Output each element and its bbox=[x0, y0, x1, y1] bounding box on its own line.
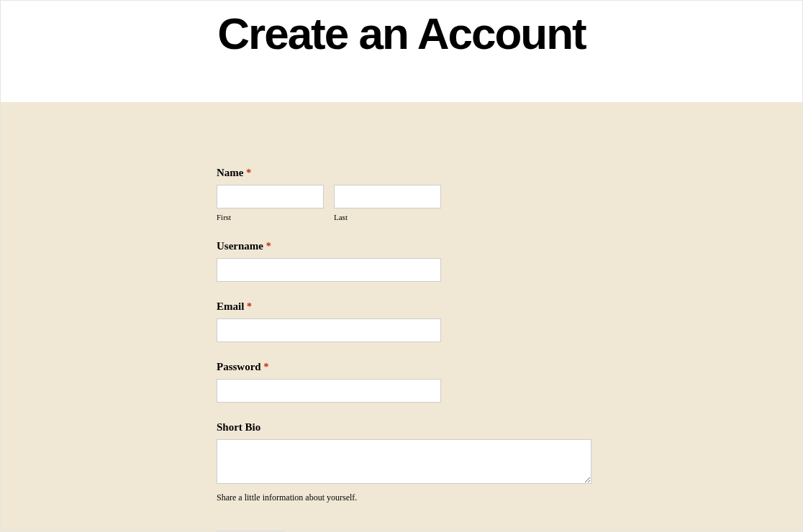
email-input[interactable] bbox=[217, 318, 441, 342]
email-label-text: Email bbox=[217, 301, 244, 312]
username-field-group: Username * bbox=[217, 240, 620, 282]
name-label-text: Name bbox=[217, 167, 244, 178]
required-marker: * bbox=[263, 362, 268, 372]
bio-label: Short Bio bbox=[217, 421, 620, 434]
page-header: Create an Account bbox=[1, 1, 802, 102]
password-input[interactable] bbox=[217, 379, 441, 403]
username-input[interactable] bbox=[217, 258, 441, 282]
bio-field-group: Short Bio Share a little information abo… bbox=[217, 421, 620, 503]
form-container: Name * First Last Username * bbox=[217, 167, 620, 532]
name-field-group: Name * First Last bbox=[217, 167, 620, 221]
last-name-input[interactable] bbox=[334, 185, 441, 208]
first-name-input[interactable] bbox=[217, 185, 324, 208]
bio-label-text: Short Bio bbox=[217, 421, 260, 433]
form-section: Name * First Last Username * bbox=[1, 102, 802, 532]
name-row: First Last bbox=[217, 185, 620, 221]
password-label: Password * bbox=[217, 361, 620, 373]
username-label: Username * bbox=[217, 240, 620, 252]
username-label-text: Username bbox=[217, 240, 263, 252]
bio-textarea[interactable] bbox=[217, 439, 591, 484]
required-marker: * bbox=[266, 241, 271, 252]
password-field-group: Password * bbox=[217, 361, 620, 403]
email-field-group: Email * bbox=[217, 301, 620, 342]
password-label-text: Password bbox=[217, 361, 261, 372]
required-marker: * bbox=[247, 301, 252, 312]
last-name-sublabel: Last bbox=[334, 213, 441, 221]
first-name-sublabel: First bbox=[217, 213, 324, 221]
page-title: Create an Account bbox=[1, 8, 802, 59]
name-label: Name * bbox=[217, 167, 620, 179]
last-name-col: Last bbox=[334, 185, 441, 221]
first-name-col: First bbox=[217, 185, 324, 221]
email-label: Email * bbox=[217, 301, 620, 313]
required-marker: * bbox=[246, 168, 251, 178]
bio-description: Share a little information about yoursel… bbox=[217, 492, 620, 503]
